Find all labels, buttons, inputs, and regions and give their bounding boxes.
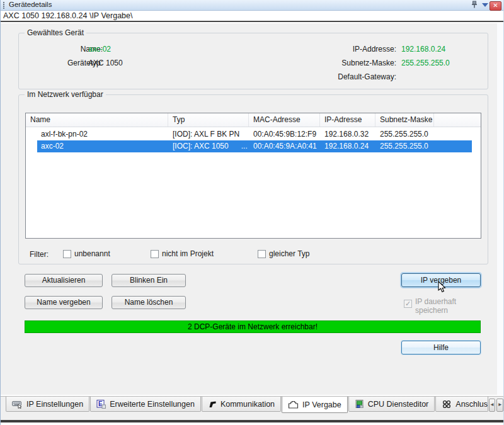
blink-on-button[interactable]: Blinken Ein: [112, 274, 186, 287]
cell-name: axc-02: [26, 140, 168, 152]
filter-unbenannt[interactable]: unbenannt: [63, 249, 110, 258]
network-group-title: Im Netzwerk verfügbar: [25, 90, 106, 99]
panel-titlebar: Gerätedetails ✕: [1, 0, 503, 11]
checkbox-label: nicht im Projekt: [162, 249, 214, 258]
column-header-mask[interactable]: Subnetz-Maske: [375, 113, 434, 127]
right-margin: [497, 23, 504, 395]
breadcrumb: AXC 1050 192.168.0.24 \IP Vergabe\: [1, 11, 503, 22]
delete-name-button[interactable]: Name löschen: [112, 296, 186, 309]
persist-ip-option: ✓ IP dauerhaft speichern: [404, 297, 468, 315]
ip-address-label: IP-Addresse:: [302, 45, 396, 54]
cell-name: axl-f-bk-pn-02: [26, 128, 168, 140]
tab-erweiterte-einstellungen[interactable]: E Erweiterte Einstellungen: [90, 397, 201, 412]
tab-cpu-diensteditor[interactable]: CPU Diensteditor: [348, 397, 435, 412]
chevron-down-icon[interactable]: [482, 3, 488, 7]
column-header-name[interactable]: Name: [26, 113, 168, 127]
checkbox-label: gleicher Typ: [269, 249, 309, 258]
bottom-spacer: [1, 413, 504, 420]
checkbox-persist-ip: ✓: [404, 300, 412, 308]
default-gateway-label: Default-Gateway:: [302, 72, 396, 81]
mouse-cursor-icon: [438, 281, 448, 293]
cell-mask: 255.255.255.0: [375, 140, 434, 152]
device-list-header: Name Typ MAC-Adresse IP-Adresse Subnetz-…: [26, 113, 481, 127]
table-row-selected[interactable]: axc-02 [IOC]: AXC 1050 ... 00:A0:45:9A:A…: [26, 140, 479, 152]
cell-mask: 255.255.255.0: [375, 128, 434, 140]
status-bar: 2 DCP-Geräte im Netzwerk erreichbar!: [25, 320, 481, 333]
tab-ip-vergabe[interactable]: IP Vergabe: [282, 397, 348, 413]
checkbox-label: unbenannt: [74, 249, 110, 258]
bottom-tab-strip: IP Einstellungen E Erweiterte Einstellun…: [1, 396, 504, 413]
cell-ip: 192.168.0.24: [320, 140, 375, 152]
persist-ip-label: IP dauerhaft speichern: [415, 297, 468, 315]
column-header-typ[interactable]: Typ: [168, 113, 249, 127]
refresh-button[interactable]: Aktualisieren: [25, 274, 103, 287]
drag-grip-icon[interactable]: [3, 2, 5, 9]
checkbox-unbenannt[interactable]: [63, 250, 71, 258]
tab-scroll-right[interactable]: ►: [496, 399, 503, 412]
phone-icon: [208, 400, 217, 408]
editor-icon: E: [96, 400, 106, 409]
tab-anschlusspunkte[interactable]: Anschlusspunkte: [435, 397, 488, 412]
checkbox-gleicher-typ[interactable]: [258, 250, 266, 258]
filter-gleicher-typ[interactable]: gleicher Typ: [258, 249, 309, 258]
tab-label: IP Einstellungen: [26, 400, 83, 409]
subnet-mask-value: 255.255.255.0: [401, 59, 450, 67]
tab-label: Anschlusspunkte: [455, 400, 488, 409]
tab-label: IP Vergabe: [302, 400, 341, 409]
cell-ip: 192.168.0.32: [320, 128, 375, 140]
tab-label: CPU Diensteditor: [368, 400, 429, 409]
assign-name-button[interactable]: Name vergeben: [25, 296, 103, 309]
panel-title: Gerätedetails: [9, 1, 52, 8]
subnet-mask-label: Subnetz-Maske:: [302, 59, 396, 67]
cell-mac: 00:A0:45:9B:12:F9: [249, 128, 320, 140]
network-group: Im Netzwerk verfügbar Name Typ MAC-Adres…: [18, 94, 488, 264]
column-header-mac[interactable]: MAC-Adresse: [249, 113, 320, 127]
tab-kommunikation[interactable]: Kommunikation: [202, 397, 281, 412]
close-icon[interactable]: ✕: [490, 1, 501, 11]
help-button[interactable]: Hilfe: [401, 341, 481, 354]
filter-label: Filter:: [30, 250, 49, 259]
device-details-panel: Gerätedetails ✕ AXC 1050 192.168.0.24 \I…: [0, 0, 504, 425]
window-edge: [1, 420, 504, 422]
keyboard-icon: [12, 400, 23, 409]
device-list[interactable]: Name Typ MAC-Adresse IP-Adresse Subnetz-…: [25, 113, 481, 239]
connection-points-icon: [442, 400, 452, 409]
tab-scroll-left[interactable]: ◄: [489, 399, 496, 412]
selected-device-group: Gewähltes Gerät Name: axc-02 Gerätetyp: …: [18, 33, 488, 89]
device-type-value: AXC 1050: [88, 59, 123, 67]
checkbox-nicht-im-projekt[interactable]: [151, 250, 159, 258]
column-header-ip[interactable]: IP-Adresse: [320, 113, 375, 127]
cell-typ: [IOD]: AXL F BK PN: [168, 128, 249, 140]
tab-label: Erweiterte Einstellungen: [110, 400, 195, 409]
cell-mac: 00:A0:45:9A:A0:41: [249, 140, 320, 152]
pin-icon[interactable]: [471, 1, 478, 9]
cell-typ: [IOC]: AXC 1050 ...: [168, 140, 249, 152]
tab-label: Kommunikation: [220, 400, 275, 409]
selected-device-group-title: Gewähltes Gerät: [25, 28, 86, 37]
cpu-icon: [355, 400, 364, 409]
name-value: axc-02: [88, 45, 111, 54]
filter-nicht-im-projekt[interactable]: nicht im Projekt: [151, 249, 214, 258]
table-row[interactable]: axl-f-bk-pn-02 [IOD]: AXL F BK PN 00:A0:…: [26, 128, 479, 140]
tab-ip-einstellungen[interactable]: IP Einstellungen: [6, 397, 89, 412]
ip-address-value: 192.168.0.24: [401, 45, 445, 54]
rj45-port-icon: [288, 400, 299, 409]
